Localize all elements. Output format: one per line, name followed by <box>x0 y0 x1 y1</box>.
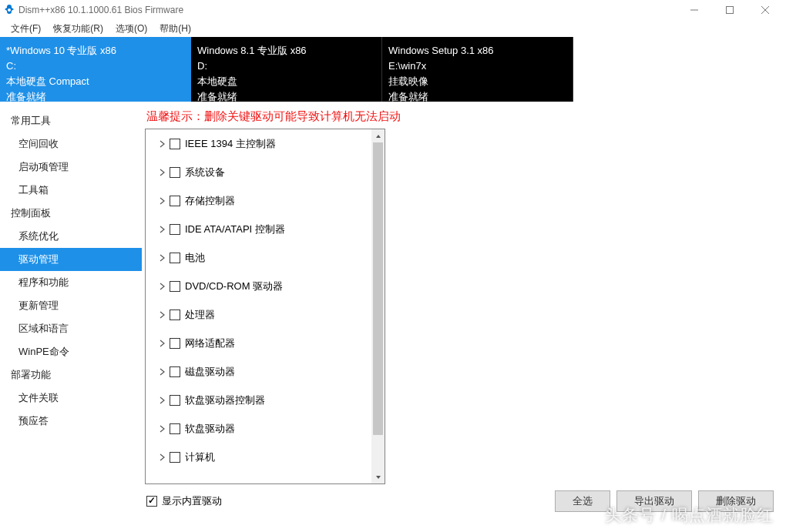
menu-item[interactable]: 文件(F) <box>5 21 47 37</box>
menu-item[interactable]: 帮助(H) <box>153 21 197 37</box>
tree-row[interactable]: 软盘驱动器 <box>146 414 371 443</box>
scroll-down-icon[interactable] <box>371 470 385 483</box>
sidebar-item[interactable]: 区域和语言 <box>0 317 142 340</box>
tree-label: 软盘驱动器控制器 <box>185 393 265 407</box>
tab-disk: 挂载映像 <box>388 74 563 89</box>
checkbox-icon[interactable] <box>170 253 180 263</box>
app-icon <box>3 4 15 16</box>
checkbox-icon[interactable] <box>170 224 180 235</box>
warning-text: 温馨提示：删除关键驱动可能导致计算机无法启动 <box>145 109 775 129</box>
checkbox-icon[interactable] <box>170 309 180 320</box>
checkbox-icon[interactable] <box>170 139 180 149</box>
expand-icon[interactable] <box>158 340 166 347</box>
tree-row[interactable]: IDE ATA/ATAPI 控制器 <box>146 215 371 243</box>
checkbox-icon[interactable] <box>170 452 180 463</box>
sidebar-item[interactable]: 系统优化 <box>0 225 142 248</box>
expand-icon[interactable] <box>158 254 166 262</box>
scrollbar[interactable] <box>371 129 385 483</box>
bottom-bar: 显示内置驱动 全选 导出驱动 删除驱动 <box>145 484 775 512</box>
show-builtin-checkbox[interactable]: 显示内置驱动 <box>146 494 222 508</box>
session-tabs: *Windows 10 专业版 x86C:本地硬盘 Compact准备就绪Win… <box>0 37 786 102</box>
sidebar-item[interactable]: 空间回收 <box>0 132 142 156</box>
checkbox-icon[interactable] <box>170 366 180 377</box>
session-tab[interactable]: Windows 8.1 专业版 x86D:本地硬盘准备就绪 <box>191 37 382 102</box>
tab-drive: C: <box>6 59 182 74</box>
tree-label: IEEE 1394 主控制器 <box>185 137 276 151</box>
tree-label: 处理器 <box>185 308 215 322</box>
session-tab[interactable]: *Windows 10 专业版 x86C:本地硬盘 Compact准备就绪 <box>0 37 191 102</box>
sidebar-item[interactable]: WinPE命令 <box>0 340 142 363</box>
tab-drive: D: <box>197 59 372 74</box>
window-controls <box>677 0 783 20</box>
checkbox-icon[interactable] <box>170 167 180 178</box>
tree-label: 软盘驱动器 <box>185 422 235 436</box>
expand-icon[interactable] <box>158 226 166 233</box>
tree-label: 电池 <box>185 251 205 265</box>
tab-disk: 本地硬盘 <box>197 74 372 89</box>
tab-title: *Windows 10 专业版 x86 <box>6 43 182 59</box>
tree-row[interactable]: 电池 <box>146 243 371 272</box>
checkbox-icon[interactable] <box>170 281 180 292</box>
checkbox-icon <box>146 496 157 507</box>
svg-rect-1 <box>727 7 734 14</box>
sidebar-category: 常用工具 <box>0 109 142 132</box>
checkbox-icon[interactable] <box>170 338 180 349</box>
maximize-button[interactable] <box>712 0 747 20</box>
main-panel: 温馨提示：删除关键驱动可能导致计算机无法启动 IEEE 1394 主控制器系统设… <box>142 102 786 532</box>
scroll-thumb[interactable] <box>373 142 383 435</box>
tree-label: 网络适配器 <box>185 336 235 350</box>
tab-title: Windows Setup 3.1 x86 <box>388 43 563 59</box>
delete-button[interactable]: 删除驱动 <box>698 490 774 512</box>
tree-row[interactable]: 系统设备 <box>146 158 371 186</box>
tree-label: IDE ATA/ATAPI 控制器 <box>185 223 285 236</box>
scroll-up-icon[interactable] <box>371 129 385 142</box>
checkbox-icon[interactable] <box>170 423 180 434</box>
sidebar-item[interactable]: 程序和功能 <box>0 271 142 294</box>
tree-row[interactable]: IEEE 1394 主控制器 <box>146 129 371 158</box>
checkbox-icon[interactable] <box>170 196 180 206</box>
sidebar: 常用工具空间回收启动项管理工具箱控制面板系统优化驱动管理程序和功能更新管理区域和… <box>0 102 142 532</box>
show-builtin-label: 显示内置驱动 <box>162 494 222 508</box>
tree-row[interactable]: 存储控制器 <box>146 186 371 215</box>
tree-row[interactable]: DVD/CD-ROM 驱动器 <box>146 272 371 300</box>
sidebar-item[interactable]: 预应答 <box>0 410 142 433</box>
expand-icon[interactable] <box>158 368 166 376</box>
session-tab[interactable]: Windows Setup 3.1 x86E:\win7x挂载映像准备就绪 <box>382 37 573 102</box>
menu-item[interactable]: 选项(O) <box>109 21 153 37</box>
tree-row[interactable]: 软盘驱动器控制器 <box>146 386 371 414</box>
minimize-button[interactable] <box>677 0 712 20</box>
sidebar-item[interactable]: 工具箱 <box>0 179 142 202</box>
expand-icon[interactable] <box>158 453 166 461</box>
tree-label: 存储控制器 <box>185 194 235 208</box>
expand-icon[interactable] <box>158 140 166 148</box>
tree-row[interactable]: 网络适配器 <box>146 329 371 357</box>
tree-row[interactable]: 处理器 <box>146 300 371 329</box>
tree-label: 计算机 <box>185 450 215 464</box>
expand-icon[interactable] <box>158 169 166 176</box>
titlebar: Dism++x86 10.1.1000.61 Bios Firmware <box>0 0 786 20</box>
expand-icon[interactable] <box>158 283 166 290</box>
expand-icon[interactable] <box>158 197 166 205</box>
select-all-button[interactable]: 全选 <box>555 490 610 512</box>
sidebar-item[interactable]: 更新管理 <box>0 294 142 317</box>
menubar: 文件(F)恢复功能(R)选项(O)帮助(H) <box>0 20 786 37</box>
tab-drive: E:\win7x <box>388 59 563 74</box>
svg-point-0 <box>8 8 11 12</box>
sidebar-item[interactable]: 文件关联 <box>0 386 142 410</box>
sidebar-item[interactable]: 驱动管理 <box>0 248 142 271</box>
sidebar-item[interactable]: 启动项管理 <box>0 156 142 179</box>
sidebar-category: 部署功能 <box>0 363 142 386</box>
tab-disk: 本地硬盘 Compact <box>6 74 182 89</box>
tree-label: 系统设备 <box>185 166 225 179</box>
expand-icon[interactable] <box>158 396 166 404</box>
checkbox-icon[interactable] <box>170 395 180 406</box>
tree-label: 磁盘驱动器 <box>185 365 235 379</box>
expand-icon[interactable] <box>158 425 166 433</box>
window-title: Dism++x86 10.1.1000.61 Bios Firmware <box>18 5 677 15</box>
tree-row[interactable]: 磁盘驱动器 <box>146 357 371 386</box>
close-button[interactable] <box>747 0 783 20</box>
menu-item[interactable]: 恢复功能(R) <box>47 21 109 37</box>
export-button[interactable]: 导出驱动 <box>616 490 692 512</box>
tree-row[interactable]: 计算机 <box>146 443 371 471</box>
expand-icon[interactable] <box>158 311 166 319</box>
